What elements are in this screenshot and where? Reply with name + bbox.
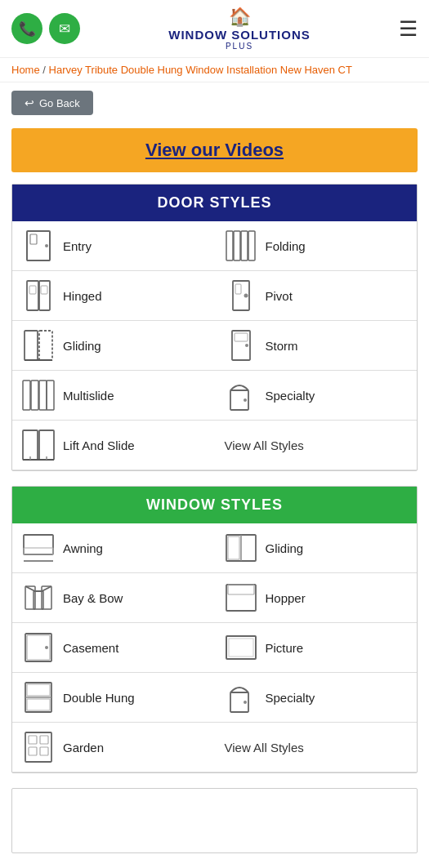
svg-rect-55 <box>29 736 37 744</box>
logo-text: WINDOW SOLUTIONS <box>168 28 311 42</box>
svg-rect-8 <box>27 281 38 310</box>
door-storm-icon <box>225 329 257 362</box>
window-awning-icon <box>22 532 55 564</box>
door-pivot-icon <box>225 279 257 312</box>
door-multislide-icon <box>22 379 55 412</box>
videos-link[interactable]: View our Videos <box>145 140 284 160</box>
door-hinged[interactable]: Hinged <box>12 271 215 321</box>
window-bay-bow-label: Bay & Bow <box>63 591 123 605</box>
email-button[interactable]: ✉ <box>49 13 80 44</box>
svg-rect-37 <box>228 536 239 559</box>
svg-rect-27 <box>23 430 38 460</box>
door-entry[interactable]: Entry <box>12 221 215 271</box>
door-lift-and-slide-icon <box>22 429 55 461</box>
breadcrumb-separator: / <box>42 64 48 76</box>
email-icon: ✉ <box>59 20 70 38</box>
window-garden[interactable]: Garden <box>12 723 215 772</box>
door-entry-label: Entry <box>63 239 92 253</box>
svg-point-45 <box>45 646 48 649</box>
window-bay-bow[interactable]: Bay & Bow <box>12 573 215 623</box>
window-specialty-icon <box>225 681 257 714</box>
door-lift-and-slide-label: Lift And Slide <box>63 438 135 452</box>
door-gliding-icon <box>22 329 55 362</box>
window-picture-icon <box>225 631 257 664</box>
window-view-all[interactable]: View All Styles <box>215 723 418 772</box>
breadcrumb: Home / Harvey Tribute Double Hung Window… <box>0 58 429 82</box>
door-specialty[interactable]: Specialty <box>215 371 418 421</box>
window-picture-label: Picture <box>266 641 304 655</box>
bottom-area <box>11 788 418 853</box>
door-specialty-label: Specialty <box>266 389 315 403</box>
door-folding[interactable]: Folding <box>215 221 418 271</box>
door-view-all[interactable]: View All Styles <box>215 421 418 470</box>
window-awning[interactable]: Awning <box>12 523 215 573</box>
logo-sub: PLUS <box>226 42 253 51</box>
svg-rect-42 <box>228 585 254 594</box>
svg-rect-28 <box>39 430 54 460</box>
window-casement-label: Casement <box>63 641 118 655</box>
door-pivot-label: Pivot <box>266 289 293 303</box>
svg-rect-58 <box>40 747 48 755</box>
window-styles-header: WINDOW STYLES <box>12 487 417 523</box>
contact-icons: 📞 ✉ <box>11 13 80 44</box>
window-casement[interactable]: Casement <box>12 623 215 673</box>
go-back-button[interactable]: Go Back <box>11 91 93 115</box>
svg-rect-1 <box>30 234 37 244</box>
videos-banner[interactable]: View our Videos <box>11 128 418 172</box>
svg-rect-46 <box>226 636 256 659</box>
svg-rect-7 <box>248 231 255 260</box>
window-hopper-icon <box>225 581 257 614</box>
svg-rect-24 <box>47 381 54 410</box>
svg-rect-32 <box>24 535 53 554</box>
svg-rect-47 <box>229 639 253 657</box>
door-hinged-icon <box>22 279 55 312</box>
window-awning-label: Awning <box>63 541 103 555</box>
logo-graphic: 🏠 <box>229 7 251 28</box>
svg-rect-41 <box>226 585 256 611</box>
logo: 🏠 WINDOW SOLUTIONS PLUS <box>168 7 311 51</box>
door-styles-grid: Entry Folding Hinged Pivot <box>12 221 417 470</box>
svg-rect-21 <box>23 381 30 410</box>
phone-button[interactable]: 📞 <box>11 13 42 44</box>
svg-rect-33 <box>24 548 53 554</box>
hamburger-menu[interactable]: ☰ <box>399 16 418 42</box>
door-pivot[interactable]: Pivot <box>215 271 418 321</box>
window-garden-label: Garden <box>63 741 104 754</box>
svg-rect-4 <box>226 231 233 260</box>
svg-rect-5 <box>234 231 240 260</box>
window-hopper[interactable]: Hopper <box>215 573 418 623</box>
window-double-hung[interactable]: Double Hung <box>12 673 215 723</box>
svg-point-53 <box>244 701 247 704</box>
window-picture[interactable]: Picture <box>215 623 418 673</box>
window-double-hung-label: Double Hung <box>63 691 135 705</box>
window-styles-grid: Awning Gliding Bay & Bow Hopper <box>12 523 417 772</box>
window-styles-section: WINDOW STYLES Awning Gliding Bay & Bow <box>11 486 418 773</box>
window-garden-icon <box>22 731 55 763</box>
door-entry-icon <box>22 229 55 262</box>
breadcrumb-home[interactable]: Home <box>11 64 40 76</box>
door-hinged-label: Hinged <box>63 289 102 303</box>
door-storm[interactable]: Storm <box>215 321 418 371</box>
svg-point-13 <box>244 294 248 298</box>
breadcrumb-current[interactable]: Harvey Tribute Double Hung Window Instal… <box>49 64 352 76</box>
door-lift-and-slide[interactable]: Lift And Slide <box>12 421 215 470</box>
back-button-wrap: Go Back <box>0 82 429 123</box>
door-folding-label: Folding <box>266 239 306 253</box>
door-styles-section: DOOR STYLES Entry Folding Hinged <box>11 184 418 471</box>
window-gliding-icon <box>225 532 257 564</box>
door-multislide[interactable]: Multislide <box>12 371 215 421</box>
svg-rect-14 <box>235 284 241 294</box>
svg-rect-23 <box>39 381 47 410</box>
svg-rect-9 <box>39 281 50 310</box>
site-header: 📞 ✉ 🏠 WINDOW SOLUTIONS PLUS ☰ <box>0 0 429 58</box>
svg-rect-51 <box>27 699 50 710</box>
window-gliding[interactable]: Gliding <box>215 523 418 573</box>
svg-rect-19 <box>235 333 248 341</box>
door-specialty-icon <box>225 379 257 412</box>
svg-point-26 <box>244 398 247 402</box>
window-casement-icon <box>22 631 55 664</box>
door-gliding[interactable]: Gliding <box>12 321 215 371</box>
window-specialty[interactable]: Specialty <box>215 673 418 723</box>
window-bay-bow-icon <box>22 581 55 614</box>
svg-rect-6 <box>241 231 248 260</box>
